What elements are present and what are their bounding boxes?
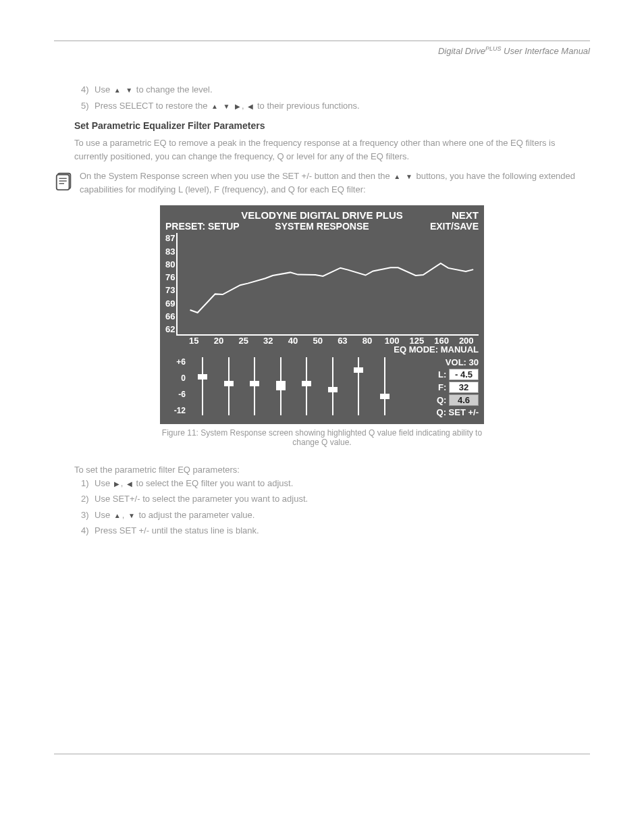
bullet-text: Use SET+/- to select the parameter you w… [95, 492, 590, 506]
preset-label[interactable]: PRESET: SETUP [165, 221, 246, 232]
screen-title: VELODYNE DIGITAL DRIVE PLUS [219, 209, 425, 221]
eq-params: VOL: 30 L: - 4.5 F: 32 Q: 4.6 Q: SET +/- [398, 357, 479, 419]
screen-header-left [165, 209, 219, 221]
eq-slider[interactable] [384, 357, 385, 415]
y-axis-ticks: 87 83 80 76 73 69 66 62 [165, 233, 175, 334]
triangle-up-icon: ▲ [394, 172, 400, 182]
section-heading: Set Parametric Equalizer Filter Paramete… [74, 120, 590, 131]
bullet-num: 5) [81, 99, 95, 113]
triangle-up-icon: ▲ [211, 101, 218, 111]
intro-paragraph: To use a parametric EQ to remove a peak … [74, 136, 590, 163]
note-row: On the System Response screen when you u… [54, 170, 590, 196]
eq-slider[interactable] [202, 357, 203, 415]
triangle-down-icon: ▼ [223, 101, 230, 111]
eq-slider[interactable] [358, 357, 359, 415]
triangle-down-icon: ▼ [406, 172, 412, 182]
eq-row: +6 0 -6 -12 VOL: 30 L: - 4.5 F: 32 Q: 4.… [165, 357, 479, 419]
bullet-num: 1) [81, 477, 95, 490]
next-button[interactable]: NEXT [425, 209, 479, 221]
triangle-down-icon: ▼ [126, 85, 132, 95]
bullet-row: 5) Press SELECT to restore the ▲ ▼ ▶, ◀ … [81, 99, 590, 113]
eq-mode-label: EQ MODE: MANUAL [165, 344, 479, 355]
header-rule [54, 41, 590, 41]
bullet-row: 4) Use ▲ ▼ to change the level. [81, 83, 590, 97]
triangle-left-icon: ◀ [248, 101, 253, 111]
figure: VELODYNE DIGITAL DRIVE PLUS NEXT PRESET:… [160, 205, 484, 447]
F-value[interactable]: 32 [449, 382, 479, 393]
F-label: F: [438, 382, 446, 392]
bullet-num: 2) [81, 492, 95, 506]
eq-slider[interactable] [280, 357, 281, 415]
triangle-left-icon: ◀ [127, 479, 132, 489]
note-text: On the System Response screen when you u… [80, 170, 590, 196]
triangle-up-icon: ▲ [114, 511, 121, 521]
plot-box [176, 233, 479, 336]
Q-label: Q: [437, 395, 446, 405]
header-sup: PLUS [485, 45, 502, 52]
bullet-num: 4) [81, 83, 95, 97]
bullet-text: Use ▶, ◀ to select the EQ filter you wan… [95, 477, 590, 490]
bullet-text: Press SET +/- until the status line is b… [95, 524, 590, 538]
page-header: Digital DrivePLUS User Interface Manual [54, 45, 590, 56]
response-plot: 87 83 80 76 73 69 66 62 [165, 233, 479, 336]
bullet-row: 1) Use ▶, ◀ to select the EQ filter you … [81, 477, 590, 490]
eq-sliders [190, 357, 398, 415]
screen-subtitle: SYSTEM RESPONSE [246, 221, 398, 232]
eq-slider[interactable] [254, 357, 255, 415]
lower-intro: To set the parametric filter EQ paramete… [74, 463, 590, 477]
screen-header: VELODYNE DIGITAL DRIVE PLUS NEXT [165, 209, 479, 221]
bullet-text: Use ▲ ▼ to change the level. [95, 83, 590, 97]
triangle-down-icon: ▼ [128, 511, 135, 521]
L-value[interactable]: - 4.5 [449, 369, 479, 380]
Q-value[interactable]: 4.6 [449, 394, 479, 406]
header-product: Digital Drive [438, 46, 485, 56]
bullet-row: 2) Use SET+/- to select the parameter yo… [81, 492, 590, 506]
header-tail: User Interface Manual [501, 46, 590, 56]
eq-y-ticks: +6 0 -6 -12 [165, 357, 186, 415]
triangle-up-icon: ▲ [114, 85, 121, 95]
triangle-right-icon: ▶ [114, 479, 119, 489]
bullet-text: Use ▲, ▼ to adjust the parameter value. [95, 509, 590, 522]
screen-subheader: PRESET: SETUP SYSTEM RESPONSE EXIT/SAVE [165, 221, 479, 232]
svg-rect-1 [57, 175, 70, 190]
figure-caption: Figure 11: System Response screen showin… [160, 428, 484, 447]
triangle-right-icon: ▶ [235, 101, 240, 111]
bullet-row: 3) Use ▲, ▼ to adjust the parameter valu… [81, 509, 590, 522]
bullet-row: 4) Press SET +/- until the status line i… [81, 524, 590, 538]
bullet-text: Press SELECT to restore the ▲ ▼ ▶, ◀ to … [95, 99, 590, 113]
eq-slider[interactable] [332, 357, 333, 415]
bullet-num: 3) [81, 509, 95, 522]
footer-rule [54, 754, 590, 754]
L-label: L: [438, 369, 446, 380]
eq-slider[interactable] [306, 357, 307, 415]
note-icon [54, 171, 74, 194]
vol-value: 30 [469, 357, 479, 367]
exit-save-button[interactable]: EXIT/SAVE [398, 221, 479, 232]
bullet-num: 4) [81, 524, 95, 538]
q-set-label: Q: SET +/- [398, 407, 479, 417]
device-screen: VELODYNE DIGITAL DRIVE PLUS NEXT PRESET:… [160, 205, 484, 424]
eq-slider[interactable] [228, 357, 230, 415]
vol-label: VOL: [446, 357, 466, 367]
